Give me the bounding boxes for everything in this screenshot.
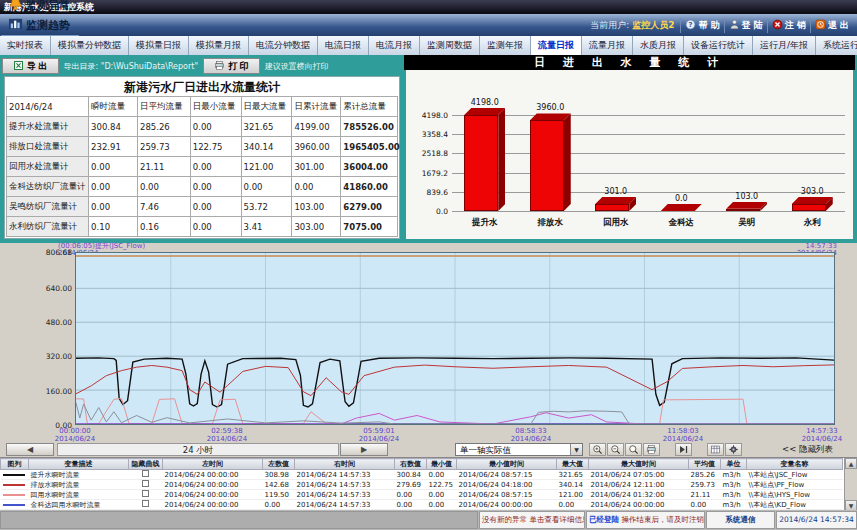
bar-y-tick: 2518.8 — [406, 149, 448, 158]
bar-chart: 0.0839.61679.22518.83358.44198.04198.0提升… — [404, 70, 855, 241]
report-toolbar: 导 出 导出目录: "D:\WuShuiData\Report" 打 印 建议设… — [2, 57, 402, 75]
logout-button[interactable]: 注 销 — [767, 18, 810, 33]
tab-3[interactable]: 模拟量月报 — [189, 36, 249, 55]
curve-table-header: 图列变量描述隐藏曲线左时间左数值右时间右数值最小值最小值时间最大值最大值时间平均… — [1, 459, 843, 470]
menu-bar: 系统工艺监测异常监测趋势监测报表参数设置 当前用户: 监控人员2 ?帮 助登 陆… — [0, 14, 857, 36]
app-window: 新港污水处理监控系统 系统工艺监测异常监测趋势监测报表参数设置 当前用户: 监控… — [0, 0, 857, 530]
trend-x-tick: 00:00:002014/06/24 — [40, 427, 110, 443]
bar-category-label: 金科达 — [649, 217, 715, 229]
tab-9[interactable]: 流量日报 — [531, 36, 582, 55]
login-button[interactable]: 登 陆 — [724, 18, 767, 33]
tab-14[interactable]: 系统运行月报 — [816, 36, 857, 55]
chevron-down-icon[interactable]: ▼ — [570, 444, 582, 455]
trend-y-tick: 160.00 — [28, 387, 72, 396]
bar-top-face — [530, 113, 571, 120]
flow-table-row: 回用水处流量计0.0021.110.00121.00301.0036004.00 — [7, 157, 398, 177]
tab-2[interactable]: 模拟量日报 — [129, 36, 189, 55]
tab-6[interactable]: 电流月报 — [369, 36, 420, 55]
menu-item-trend[interactable]: 监测趋势 — [0, 15, 80, 35]
trend-y-tick: 806.68 — [28, 248, 72, 257]
tab-7[interactable]: 监测周数据 — [420, 36, 480, 55]
menu-item-bell[interactable]: 监测异常 — [0, 0, 80, 15]
trend-x-tick: 02:59:382014/06/24 — [192, 427, 262, 443]
logout-icon — [772, 19, 783, 32]
print-button[interactable]: 打 印 — [203, 58, 260, 74]
flow-table-title: 新港污水厂日进出水流量统计 — [6, 78, 398, 96]
printer-button[interactable] — [643, 443, 660, 456]
status-alarm-message[interactable]: 没有新的异常 单击查看详细信息 — [479, 511, 585, 529]
trend-icon — [8, 16, 23, 34]
bar-value-label: 0.0 — [651, 194, 711, 203]
scroll-right-button[interactable]: ▶ — [340, 443, 388, 456]
trend-x-tick: 14:57:332014/06/24 — [787, 427, 857, 443]
tab-11[interactable]: 水质月报 — [633, 36, 684, 55]
flow-table-row: 吴鸣纺织厂流量计0.007.460.0053.72103.006279.00 — [7, 197, 398, 217]
tab-12[interactable]: 设备运行统计 — [684, 36, 753, 55]
bar-value-label: 4198.0 — [455, 98, 515, 107]
flow-table-row: 金科达纺织厂流量计0.000.000.000.000.0041860.00 — [7, 177, 398, 197]
curve-color-swatch — [3, 494, 25, 496]
flow-table-row: 排放口处流量计232.91259.73122.75340.143960.0019… — [7, 137, 398, 157]
curve-table-row[interactable]: 金科达回用水瞬时流量2014/06/24 00:00:000.002014/06… — [1, 500, 843, 510]
exit-button[interactable]: 退 出 — [810, 18, 853, 33]
export-button[interactable]: 导 出 — [2, 58, 59, 74]
export-button-label: 导 出 — [27, 60, 48, 73]
scroll-left-button[interactable]: ◀ — [6, 443, 54, 456]
table-button[interactable] — [707, 443, 724, 456]
trend-plot[interactable] — [75, 252, 835, 425]
tab-5[interactable]: 电流日报 — [318, 36, 369, 55]
play-end-button[interactable] — [675, 443, 692, 456]
flow-table-panel: 新港污水厂日进出水流量统计 2014/6/24瞬时流量日平均流量日最小流量日最大… — [4, 76, 400, 239]
value-mode-select[interactable]: 单一轴实际值 ▼ — [455, 443, 583, 456]
bar-gridline — [452, 153, 845, 154]
hide-curve-checkbox[interactable] — [142, 480, 149, 487]
bar — [792, 204, 826, 211]
svg-text:?: ? — [689, 20, 693, 28]
time-range-track[interactable]: 24 小时 — [57, 443, 339, 456]
gear-small-button[interactable] — [725, 443, 742, 456]
bar-gridline — [452, 173, 845, 174]
tab-8[interactable]: 监测年报 — [480, 36, 531, 55]
bar-y-tick: 0.0 — [406, 207, 448, 216]
login-icon — [729, 19, 740, 32]
bar-y-tick: 1679.2 — [406, 169, 448, 178]
print-hint-label: 建议设置横向打印 — [265, 61, 329, 72]
tab-10[interactable]: 流量月报 — [582, 36, 633, 55]
trend-y-tick: 480.00 — [28, 318, 72, 327]
hide-list-button[interactable]: << 隐藏列表 — [760, 444, 855, 456]
bell-icon — [8, 0, 23, 14]
export-dir-label: 导出目录: "D:\WuShuiData\Report" — [64, 61, 199, 72]
current-user-name: 监控人员2 — [632, 20, 674, 30]
excel-icon — [13, 60, 24, 73]
tab-13[interactable]: 运行月/年报 — [753, 36, 816, 55]
tab-0[interactable]: 实时报表 — [0, 36, 51, 55]
hide-curve-checkbox[interactable] — [142, 490, 149, 497]
bar-gridline — [452, 211, 845, 212]
help-icon: ? — [685, 19, 696, 32]
tab-1[interactable]: 模拟量分钟数据 — [51, 36, 129, 55]
main-content: 导 出 导出目录: "D:\WuShuiData\Report" 打 印 建议设… — [0, 55, 857, 243]
help-button[interactable]: ?帮 助 — [680, 18, 723, 33]
bar-chart-panel: 日 进 出 水 量 统 计 0.0839.61679.22518.83358.4… — [404, 55, 855, 241]
curve-table-scrollbar[interactable]: ▲ ▼ — [844, 458, 857, 511]
trend-y-tick: 320.00 — [28, 352, 72, 361]
title-bar: 新港污水处理监控系统 — [0, 0, 857, 14]
curve-table-row[interactable]: 提升水瞬时流量2014/06/24 00:00:00308.982014/06/… — [1, 470, 843, 480]
bar-top-face — [792, 197, 833, 204]
zoom-in-button[interactable] — [589, 443, 606, 456]
curve-table-row[interactable]: 排放水瞬时流量2014/06/24 00:00:00142.682014/06/… — [1, 480, 843, 490]
current-user: 当前用户: 监控人员2 — [590, 19, 674, 32]
curve-table-row[interactable]: 回用水瞬时流量2014/06/24 00:00:00119.502014/06/… — [1, 490, 843, 500]
trend-x-tick: 08:58:332014/06/24 — [496, 427, 566, 443]
status-comm-indicator: 系统通信 — [706, 511, 775, 529]
hide-curve-checkbox[interactable] — [142, 500, 149, 507]
curve-color-swatch — [3, 484, 25, 486]
bar-y-tick: 4198.0 — [406, 111, 448, 120]
tab-4[interactable]: 电流分钟数据 — [249, 36, 318, 55]
bar-category-label: 吴明 — [714, 217, 780, 229]
zoom-out-button[interactable] — [607, 443, 624, 456]
zoom-reset-button[interactable] — [625, 443, 642, 456]
bar — [726, 209, 760, 211]
scroll-up-button[interactable]: ▲ — [845, 458, 857, 469]
hide-curve-checkbox[interactable] — [142, 470, 149, 477]
